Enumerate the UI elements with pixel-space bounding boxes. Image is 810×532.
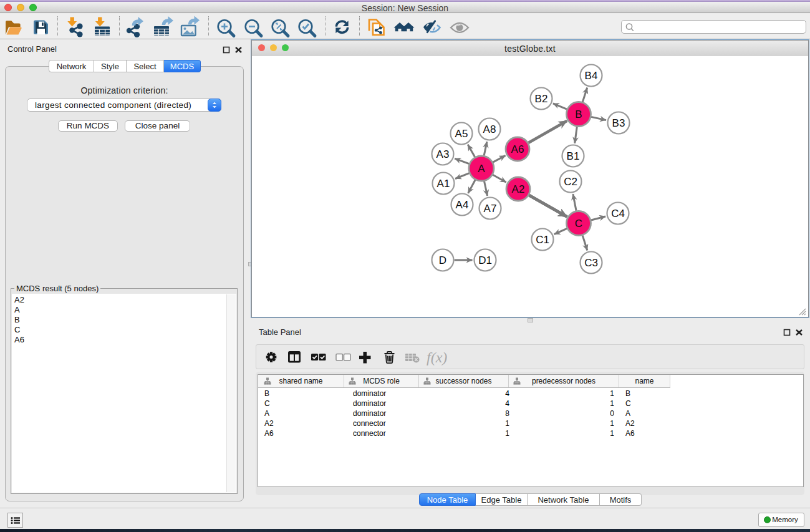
svg-text:A4: A4 xyxy=(456,199,469,211)
svg-text:A7: A7 xyxy=(484,203,497,215)
svg-text:C1: C1 xyxy=(536,234,549,246)
svg-text:B3: B3 xyxy=(612,117,625,129)
svg-text:C3: C3 xyxy=(584,257,598,269)
svg-text:C: C xyxy=(575,218,582,230)
svg-text:B2: B2 xyxy=(535,93,548,105)
svg-text:A3: A3 xyxy=(436,148,450,160)
svg-text:D1: D1 xyxy=(478,254,492,266)
svg-text:A6: A6 xyxy=(511,143,524,155)
svg-text:A5: A5 xyxy=(455,128,468,140)
svg-text:A: A xyxy=(478,163,485,175)
svg-text:B: B xyxy=(575,109,582,120)
svg-text:C2: C2 xyxy=(564,176,577,188)
svg-text:A8: A8 xyxy=(483,123,496,135)
svg-text:A2: A2 xyxy=(512,183,525,195)
svg-text:B4: B4 xyxy=(585,70,598,82)
svg-text:A1: A1 xyxy=(437,178,450,190)
svg-text:f(x): f(x) xyxy=(427,349,447,365)
svg-text:B1: B1 xyxy=(567,150,580,162)
svg-text:C4: C4 xyxy=(611,208,625,220)
svg-text:D: D xyxy=(439,254,446,266)
